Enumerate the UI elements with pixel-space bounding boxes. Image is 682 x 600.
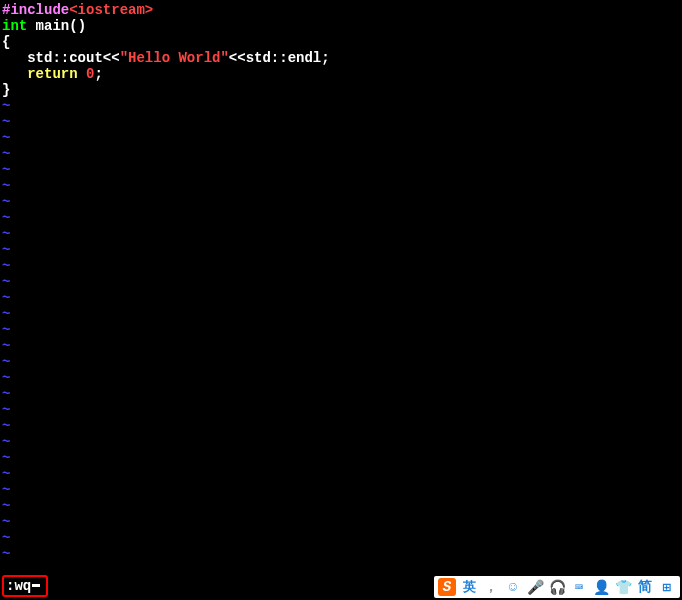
command-text: :wq [6, 578, 31, 594]
empty-line: ~ [2, 546, 682, 562]
ime-punctuation-icon[interactable]: ， [482, 578, 500, 596]
code-line-3: { [2, 34, 682, 50]
ime-language-toggle[interactable]: 英 [460, 578, 478, 596]
empty-line: ~ [2, 146, 682, 162]
empty-line: ~ [2, 306, 682, 322]
ime-toolbar[interactable]: S 英 ， ☺ 🎤 🎧 ⌨ 👤 👕 简 ⊞ [434, 576, 680, 598]
cursor-icon [32, 584, 40, 587]
empty-line: ~ [2, 386, 682, 402]
code-line-5: return 0; [2, 66, 682, 82]
empty-line: ~ [2, 530, 682, 546]
emoji-icon[interactable]: ☺ [504, 578, 522, 596]
empty-line: ~ [2, 258, 682, 274]
empty-line: ~ [2, 370, 682, 386]
code-line-6: } [2, 82, 682, 98]
empty-line: ~ [2, 194, 682, 210]
empty-line: ~ [2, 482, 682, 498]
empty-line: ~ [2, 130, 682, 146]
empty-line: ~ [2, 162, 682, 178]
empty-line: ~ [2, 242, 682, 258]
vim-editor[interactable]: #include<iostream> int main() { std::cou… [0, 0, 682, 572]
empty-line: ~ [2, 274, 682, 290]
headphones-icon[interactable]: 🎧 [548, 578, 566, 596]
keyboard-icon[interactable]: ⌨ [570, 578, 588, 596]
simplified-toggle[interactable]: 简 [636, 578, 654, 596]
empty-line: ~ [2, 226, 682, 242]
command-highlight-box: :wq [2, 575, 48, 597]
mic-icon[interactable]: 🎤 [526, 578, 544, 596]
skin-icon[interactable]: 👕 [614, 578, 632, 596]
empty-line: ~ [2, 354, 682, 370]
empty-line: ~ [2, 322, 682, 338]
empty-line: ~ [2, 114, 682, 130]
empty-line: ~ [2, 418, 682, 434]
empty-line: ~ [2, 402, 682, 418]
empty-line: ~ [2, 450, 682, 466]
toolbox-icon[interactable]: ⊞ [658, 578, 676, 596]
empty-line: ~ [2, 466, 682, 482]
empty-line: ~ [2, 338, 682, 354]
code-line-1: #include<iostream> [2, 2, 682, 18]
empty-line: ~ [2, 210, 682, 226]
code-line-2: int main() [2, 18, 682, 34]
person-icon[interactable]: 👤 [592, 578, 610, 596]
code-line-4: std::cout<<"Hello World"<<std::endl; [2, 50, 682, 66]
empty-line: ~ [2, 514, 682, 530]
sogou-logo-icon[interactable]: S [438, 578, 456, 596]
empty-line: ~ [2, 434, 682, 450]
empty-line: ~ [2, 178, 682, 194]
empty-line: ~ [2, 290, 682, 306]
empty-line: ~ [2, 98, 682, 114]
empty-line: ~ [2, 498, 682, 514]
